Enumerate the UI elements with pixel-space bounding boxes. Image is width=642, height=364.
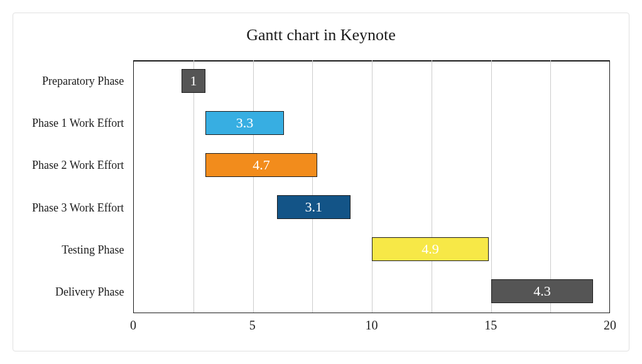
x-tick-label: 5 bbox=[249, 318, 256, 333]
y-label: Delivery Phase bbox=[32, 271, 124, 313]
bar-row: 3.1 bbox=[134, 186, 610, 228]
bar-phase2: 4.7 bbox=[205, 153, 317, 177]
y-label: Preparatory Phase bbox=[32, 60, 124, 102]
bar-delivery: 4.3 bbox=[491, 279, 594, 303]
y-label: Testing Phase bbox=[32, 229, 124, 271]
bar-row: 4.7 bbox=[134, 144, 610, 186]
chart-title: Gantt chart in Keynote bbox=[32, 26, 610, 45]
x-tick-label: 20 bbox=[604, 318, 616, 333]
chart-body: Preparatory Phase Phase 1 Work Effort Ph… bbox=[32, 60, 610, 313]
spacer bbox=[32, 318, 133, 334]
y-label: Phase 2 Work Effort bbox=[32, 144, 124, 186]
bars-container: 1 3.3 4.7 3.1 bbox=[134, 60, 610, 313]
bar-label: 3.1 bbox=[305, 199, 323, 215]
bar-label: 4.9 bbox=[422, 241, 439, 257]
chart-container: Gantt chart in Keynote Preparatory Phase… bbox=[13, 13, 629, 351]
bar-label: 4.3 bbox=[533, 283, 551, 299]
bar-testing: 4.9 bbox=[372, 237, 489, 261]
plot-area: 1 3.3 4.7 3.1 bbox=[133, 60, 610, 313]
y-label: Phase 3 Work Effort bbox=[32, 186, 124, 228]
bar-preparatory: 1 bbox=[182, 69, 205, 93]
x-tick-label: 10 bbox=[366, 318, 378, 333]
bar-row: 4.3 bbox=[134, 270, 610, 313]
bar-label: 4.7 bbox=[253, 157, 270, 173]
x-tick-label: 0 bbox=[130, 318, 136, 333]
x-axis-labels: 0 5 10 15 20 bbox=[133, 318, 610, 334]
y-label: Phase 1 Work Effort bbox=[32, 102, 124, 144]
bar-row: 4.9 bbox=[134, 228, 610, 270]
bar-label: 1 bbox=[190, 73, 197, 89]
bar-label: 3.3 bbox=[236, 115, 254, 131]
bar-phase1: 3.3 bbox=[205, 111, 284, 135]
bar-row: 3.3 bbox=[134, 102, 610, 144]
y-axis-labels: Preparatory Phase Phase 1 Work Effort Ph… bbox=[32, 60, 133, 313]
x-axis: 0 5 10 15 20 bbox=[32, 318, 610, 334]
bar-phase3: 3.1 bbox=[277, 195, 351, 219]
bar-row: 1 bbox=[134, 60, 610, 102]
x-tick-label: 15 bbox=[484, 318, 497, 333]
